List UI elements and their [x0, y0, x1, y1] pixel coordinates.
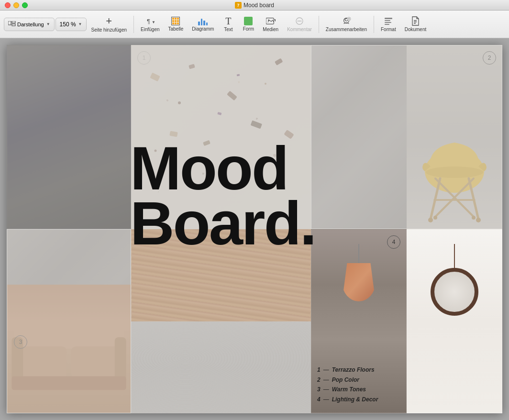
add-page-button[interactable]: + Seite hinzufügen	[88, 12, 131, 36]
svg-point-6	[268, 20, 269, 21]
maximize-button[interactable]	[22, 2, 28, 8]
svg-rect-5	[266, 18, 274, 24]
separator-1	[133, 16, 134, 33]
insert-label: Einfügen	[141, 27, 159, 32]
fur-image	[131, 321, 311, 414]
svg-point-10	[299, 21, 300, 22]
wood-fur-section	[131, 229, 311, 413]
mirror-cell	[407, 229, 502, 413]
insert-button[interactable]: ¶ ▼ Einfügen	[137, 12, 163, 36]
svg-text:¶: ¶	[147, 18, 150, 25]
badge-4: 4	[387, 235, 400, 249]
mirror-graphic	[431, 244, 478, 316]
darstellung-arrow: ▼	[46, 22, 50, 26]
svg-rect-0	[8, 21, 11, 25]
svg-rect-22	[414, 23, 416, 24]
format-icon	[384, 16, 393, 26]
table-label: Tabelle	[168, 26, 184, 32]
svg-rect-17	[385, 20, 390, 21]
table-button[interactable]: Tabelle	[165, 12, 188, 36]
form-label: Form	[243, 26, 254, 32]
diagram-icon	[198, 17, 208, 25]
close-button[interactable]	[5, 2, 11, 8]
label-line-4: 4 — Lighting & Decor	[317, 395, 378, 404]
document-button[interactable]: Dokument	[401, 12, 431, 36]
media-button[interactable]: ▼ Medien	[259, 12, 282, 36]
svg-rect-2	[12, 24, 15, 26]
svg-rect-18	[385, 22, 391, 23]
mood-grid: 1	[7, 45, 502, 413]
text-label: Text	[224, 27, 232, 32]
add-page-label: Seite hinzufügen	[91, 27, 127, 33]
page: 1	[7, 45, 502, 413]
separator-3	[374, 16, 374, 33]
svg-point-11	[300, 21, 301, 22]
zoom-arrow: ▼	[78, 22, 82, 26]
fur-texture	[131, 321, 311, 414]
text-button[interactable]: T Text	[219, 12, 238, 36]
labels-box: 1 — Terrazzo Floors 2 — Pop Color 3 —	[317, 365, 378, 404]
window-title: 7 Mood board	[235, 2, 274, 9]
svg-text:▼: ▼	[152, 20, 155, 24]
title-bar: 7 Mood board	[0, 0, 509, 11]
comment-button[interactable]: Kommentar	[283, 12, 316, 36]
app-icon: 7	[235, 2, 242, 9]
lamp-mirror-section: 4 1 — Terrazzo Floors	[311, 229, 502, 413]
document-icon	[410, 16, 420, 26]
svg-rect-16	[385, 18, 392, 19]
format-label: Format	[381, 27, 396, 32]
separator-2	[319, 16, 319, 33]
zoom-value: 150 %	[60, 21, 76, 28]
collaborate-icon: +	[342, 16, 351, 26]
label-line-1: 1 — Terrazzo Floors	[317, 365, 378, 375]
svg-rect-21	[414, 22, 417, 22]
svg-text:▼: ▼	[273, 18, 276, 22]
svg-text:+: +	[348, 17, 350, 21]
form-icon	[244, 17, 253, 25]
format-button[interactable]: Format	[377, 12, 400, 36]
svg-rect-1	[12, 21, 15, 23]
label-line-3: 3 — Warm Tones	[317, 385, 378, 394]
pendant-lamp-cell: 4 1 — Terrazzo Floors	[311, 229, 407, 413]
insert-icon: ¶ ▼	[145, 16, 155, 26]
document-label: Dokument	[405, 27, 427, 32]
pendant-lamp-graphic	[342, 244, 376, 301]
diagram-button[interactable]: Diagramm	[188, 12, 218, 36]
add-page-icon: +	[106, 16, 112, 26]
darstellung-label: Darstellung	[17, 22, 44, 27]
label-line-2: 2 — Pop Color	[317, 375, 378, 385]
darstellung-icon	[8, 21, 16, 28]
svg-rect-19	[385, 24, 389, 25]
zoom-button[interactable]: 150 % ▼	[55, 18, 87, 31]
collaborate-label: Zusammenarbeiten	[326, 27, 367, 32]
text-icon: T	[225, 16, 231, 26]
svg-rect-20	[414, 20, 417, 21]
media-label: Medien	[263, 27, 278, 32]
toolbar: Darstellung ▼ 150 % ▼ + Seite hinzufügen…	[0, 11, 509, 38]
minimize-button[interactable]	[13, 2, 19, 8]
darstellung-button[interactable]: Darstellung ▼	[4, 18, 55, 31]
comment-icon	[295, 16, 304, 26]
collaborate-button[interactable]: + Zusammenarbeiten	[322, 12, 371, 36]
comment-label: Kommentar	[287, 27, 312, 32]
svg-rect-54	[131, 321, 311, 414]
svg-point-9	[298, 21, 299, 22]
media-icon: ▼	[266, 16, 276, 26]
form-button[interactable]: Form	[239, 12, 258, 36]
diagram-label: Diagramm	[192, 26, 214, 32]
table-icon	[171, 17, 180, 25]
window-controls[interactable]	[5, 2, 28, 8]
canvas-area: 1	[0, 38, 509, 420]
